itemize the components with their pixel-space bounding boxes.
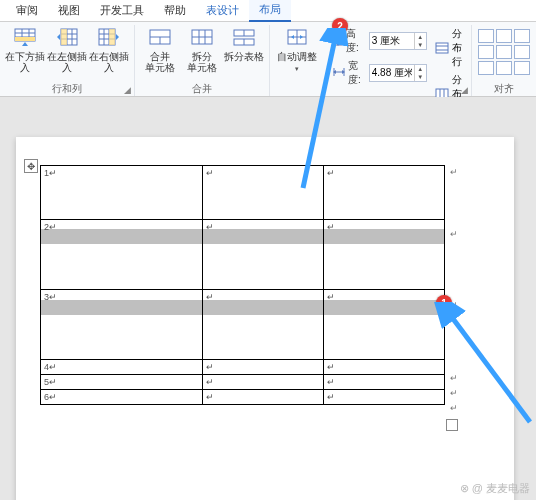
width-down[interactable]: ▼: [414, 73, 426, 81]
tab-view[interactable]: 视图: [48, 0, 90, 21]
height-down[interactable]: ▼: [414, 41, 426, 49]
merge-cells-icon: [148, 27, 172, 49]
align-middle-right[interactable]: [514, 45, 530, 59]
align-top-center[interactable]: [496, 29, 512, 43]
distribute-rows-button[interactable]: 分布行: [435, 27, 463, 69]
split-table-button[interactable]: 拆分表格: [223, 25, 265, 64]
table-row[interactable]: 1↵ ↵ ↵: [41, 166, 445, 220]
row-height-icon: [332, 33, 344, 49]
split-cells-icon: [190, 27, 214, 49]
svg-rect-19: [109, 29, 115, 45]
align-bottom-right[interactable]: [514, 61, 530, 75]
menu-bar: 审阅 视图 开发工具 帮助 表设计 布局: [0, 0, 536, 22]
svg-rect-47: [436, 43, 448, 53]
group-autofit: 自动调整▾: [270, 25, 324, 96]
distribute-rows-icon: [435, 42, 449, 54]
table-resize-handle[interactable]: [446, 419, 458, 431]
autofit-button[interactable]: 自动调整▾: [274, 25, 320, 76]
row-end-mark: ↵: [450, 167, 458, 177]
row-end-mark: ↵: [450, 403, 458, 413]
align-bottom-center[interactable]: [496, 61, 512, 75]
row-end-mark: ↵: [450, 388, 458, 398]
split-table-icon: [232, 27, 256, 49]
insert-left-icon: [55, 27, 79, 49]
height-spinner[interactable]: ▲▼: [369, 32, 427, 50]
tab-layout[interactable]: 布局: [249, 0, 291, 22]
merge-cells-button[interactable]: 合并单元格: [139, 25, 181, 75]
width-up[interactable]: ▲: [414, 65, 426, 73]
row-height-control: 高度: ▲▼: [332, 27, 427, 55]
width-input[interactable]: [370, 68, 414, 79]
height-label: 高度:: [346, 27, 367, 55]
ribbon: 在下方插入 在左侧插入 在右侧插入 行和列 ◢: [0, 22, 536, 97]
height-input[interactable]: [370, 36, 414, 47]
align-top-left[interactable]: [478, 29, 494, 43]
group-rows-cols: 在下方插入 在左侧插入 在右侧插入 行和列 ◢: [0, 25, 135, 96]
group-rows-cols-label: 行和列: [4, 82, 130, 96]
tab-devtools[interactable]: 开发工具: [90, 0, 154, 21]
tab-help[interactable]: 帮助: [154, 0, 196, 21]
col-width-icon: [332, 66, 346, 80]
svg-rect-5: [15, 37, 35, 41]
svg-marker-20: [116, 34, 119, 40]
document-table[interactable]: 1↵ ↵ ↵ 2↵ ↵ ↵ 3↵ ↵ ↵ 4↵ ↵ ↵ 5↵ ↵ ↵ 6↵ ↵ …: [40, 165, 445, 405]
annotation-badge-2: 2: [332, 18, 348, 34]
table-row[interactable]: 6↵ ↵ ↵: [41, 390, 445, 405]
tab-table-design[interactable]: 表设计: [196, 0, 249, 21]
cell-size-dialog-launcher[interactable]: ◢: [459, 85, 469, 95]
row-end-mark: ↵: [450, 373, 458, 383]
insert-right-icon: [97, 27, 121, 49]
table-row[interactable]: 2↵ ↵ ↵: [41, 220, 445, 290]
align-middle-left[interactable]: [478, 45, 494, 59]
document-area: ✥ 1↵ ↵ ↵ 2↵ ↵ ↵ 3↵ ↵ ↵ 4↵ ↵ ↵ 5↵ ↵ ↵: [0, 97, 536, 500]
group-alignment: 对齐: [472, 25, 536, 96]
rows-cols-dialog-launcher[interactable]: ◢: [122, 85, 132, 95]
insert-below-icon: [13, 27, 37, 49]
group-merge-label: 合并: [139, 82, 265, 96]
split-cells-button[interactable]: 拆分单元格: [181, 25, 223, 75]
table-row[interactable]: 3↵ ↵ ↵: [41, 290, 445, 360]
col-width-control: 宽度: ▲▼: [332, 59, 427, 87]
insert-left-button[interactable]: 在左侧插入: [46, 25, 88, 75]
autofit-icon: [285, 27, 309, 49]
alignment-grid: [476, 25, 532, 79]
svg-marker-13: [57, 34, 60, 40]
table-row[interactable]: 4↵ ↵ ↵: [41, 360, 445, 375]
annotation-badge-1: 1: [436, 295, 452, 311]
dropdown-icon: ▾: [295, 65, 299, 72]
table-row[interactable]: 5↵ ↵ ↵: [41, 375, 445, 390]
align-bottom-left[interactable]: [478, 61, 494, 75]
align-top-right[interactable]: [514, 29, 530, 43]
group-cell-size: 高度: ▲▼ 宽度: ▲▼: [324, 25, 472, 96]
group-merge: 合并单元格 拆分单元格 拆分表格 合并: [135, 25, 270, 96]
row-end-mark: ↵: [450, 229, 458, 239]
tab-review[interactable]: 审阅: [6, 0, 48, 21]
svg-marker-6: [22, 42, 28, 46]
group-alignment-label: 对齐: [476, 82, 532, 96]
table-move-handle[interactable]: ✥: [24, 159, 38, 173]
svg-rect-12: [61, 29, 67, 45]
insert-below-button[interactable]: 在下方插入: [4, 25, 46, 75]
insert-right-button[interactable]: 在右侧插入: [88, 25, 130, 75]
height-up[interactable]: ▲: [414, 33, 426, 41]
watermark: ⊗ @ 麦麦电器: [460, 481, 530, 496]
width-spinner[interactable]: ▲▼: [369, 64, 427, 82]
align-middle-center[interactable]: [496, 45, 512, 59]
width-label: 宽度:: [348, 59, 367, 87]
